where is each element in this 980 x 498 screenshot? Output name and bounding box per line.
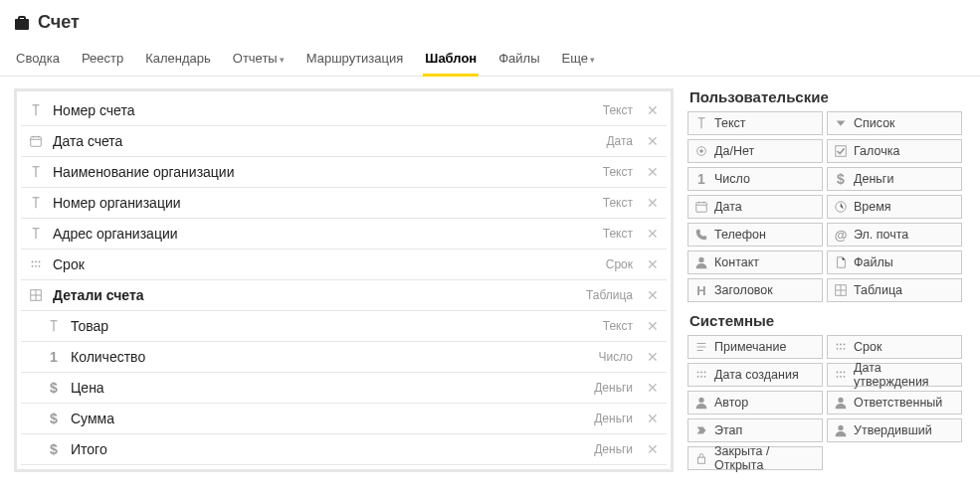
chip-label: Эл. почта: [854, 228, 908, 242]
text-icon: [27, 101, 45, 119]
field-row[interactable]: Детали счетаТаблица✕: [21, 280, 667, 311]
remove-field-button[interactable]: ✕: [645, 226, 661, 242]
money-icon: $: [834, 172, 848, 186]
deadline-icon: [834, 340, 848, 354]
remove-field-button[interactable]: ✕: [645, 349, 661, 365]
field-row[interactable]: Адрес организацииТекст✕: [21, 219, 667, 249]
dotgrid-icon: [694, 368, 708, 382]
tab-7[interactable]: Еще▾: [560, 45, 597, 76]
template-canvas: Номер счетаТекст✕Дата счетаДата✕Наименов…: [14, 88, 674, 472]
tab-3[interactable]: Отчеты▾: [231, 45, 287, 76]
svg-point-16: [840, 344, 842, 346]
palette-chip[interactable]: Таблица: [827, 278, 962, 302]
field-row[interactable]: Дата счетаДата✕: [21, 126, 667, 157]
field-row[interactable]: СрокСрок✕: [21, 249, 667, 280]
palette-chip[interactable]: Дата: [687, 195, 823, 219]
tab-2[interactable]: Календарь: [143, 45, 213, 76]
palette-chip[interactable]: Да/Нет: [687, 139, 823, 163]
tab-label: Отчеты: [233, 51, 278, 66]
chip-label: Ответственный: [854, 396, 942, 410]
field-row[interactable]: Наименование организацииТекст✕: [21, 157, 667, 188]
tab-6[interactable]: Файлы: [496, 45, 541, 76]
palette-chip[interactable]: Примечание: [687, 335, 823, 359]
palette-chip[interactable]: Дата утверждения: [827, 363, 962, 387]
palette-chip[interactable]: Автор: [687, 391, 823, 415]
palette-chip[interactable]: 1Число: [687, 167, 823, 191]
svg-point-35: [838, 425, 843, 430]
palette-chip[interactable]: Контакт: [687, 250, 823, 274]
clock-icon: [834, 200, 848, 214]
field-row[interactable]: $ЦенаДеньги✕: [21, 373, 667, 404]
tab-bar: СводкаРеестрКалендарьОтчеты▾Маршрутизаци…: [0, 39, 980, 77]
field-type: Текст: [603, 319, 633, 333]
field-type: Число: [598, 350, 633, 364]
svg-point-20: [844, 348, 846, 350]
chip-label: Телефон: [714, 228, 766, 242]
chip-label: Закрыта / Открыта: [714, 444, 816, 472]
svg-point-4: [32, 265, 34, 267]
field-type: Дата: [606, 134, 633, 148]
svg-point-6: [39, 265, 41, 267]
tab-4[interactable]: Маршрутизация: [304, 45, 406, 76]
deadline-icon: [27, 255, 45, 273]
palette-chip[interactable]: $Деньги: [827, 167, 962, 191]
remove-field-button[interactable]: ✕: [645, 411, 661, 426]
palette-chip[interactable]: Телефон: [687, 223, 823, 247]
field-row[interactable]: $ИтогоДеньги✕: [21, 434, 667, 465]
field-row[interactable]: 1КоличествоЧисло✕: [21, 342, 667, 373]
palette-chip[interactable]: Время: [827, 195, 962, 219]
palette-chip[interactable]: Срок: [827, 335, 962, 359]
field-row[interactable]: ТоварТекст✕: [21, 311, 667, 342]
palette-chip[interactable]: Закрыта / Открыта: [687, 446, 823, 470]
field-row[interactable]: Номер организацииТекст✕: [21, 188, 667, 219]
tab-1[interactable]: Реестр: [80, 45, 125, 76]
chip-label: Дата: [714, 200, 742, 214]
palette-chip[interactable]: Файлы: [827, 250, 962, 274]
svg-point-2: [35, 261, 37, 263]
remove-field-button[interactable]: ✕: [645, 256, 661, 272]
field-type: Текст: [603, 165, 633, 179]
person-icon: [694, 255, 708, 269]
tab-label: Календарь: [145, 51, 211, 66]
palette-chip[interactable]: Дата создания: [687, 363, 823, 387]
field-label: Номер организации: [53, 195, 595, 211]
palette-chip[interactable]: Этап: [687, 418, 823, 442]
tab-5[interactable]: Шаблон: [423, 45, 479, 76]
field-row[interactable]: Номер счетаТекст✕: [21, 95, 667, 126]
svg-point-18: [837, 348, 839, 350]
palette-chip[interactable]: Галочка: [827, 139, 962, 163]
chip-label: Число: [714, 172, 750, 186]
palette-chip[interactable]: Текст: [687, 111, 823, 135]
palette-chip[interactable]: Список: [827, 111, 962, 135]
remove-field-button[interactable]: ✕: [645, 318, 661, 334]
remove-field-button[interactable]: ✕: [645, 133, 661, 149]
remove-field-button[interactable]: ✕: [645, 287, 661, 303]
field-type: Деньги: [594, 381, 633, 395]
remove-field-button[interactable]: ✕: [645, 164, 661, 180]
chip-label: Дата утверждения: [854, 361, 955, 389]
lock-icon: [694, 451, 708, 465]
svg-point-26: [704, 376, 706, 378]
tab-label: Файлы: [498, 51, 539, 66]
remove-field-button[interactable]: ✕: [645, 195, 661, 211]
chip-label: Утвердивший: [854, 423, 932, 437]
svg-point-32: [844, 376, 846, 378]
svg-point-22: [700, 372, 702, 374]
palette-chip[interactable]: HЗаголовок: [687, 278, 823, 302]
svg-point-30: [837, 376, 839, 378]
tab-0[interactable]: Сводка: [14, 45, 62, 76]
remove-field-button[interactable]: ✕: [645, 102, 661, 118]
palette-chip[interactable]: Утвердивший: [827, 418, 962, 442]
palette-chip[interactable]: Ответственный: [827, 391, 962, 415]
chip-label: Время: [854, 200, 891, 214]
chevron-down-icon: ▾: [280, 55, 285, 65]
remove-field-button[interactable]: ✕: [645, 380, 661, 396]
calendar-icon: [694, 200, 708, 214]
palette-chip[interactable]: @Эл. почта: [827, 223, 962, 247]
remove-field-button[interactable]: ✕: [645, 441, 661, 457]
chip-label: Файлы: [854, 255, 893, 269]
field-row[interactable]: $СуммаДеньги✕: [21, 404, 667, 434]
field-type: Текст: [603, 227, 633, 241]
svg-point-28: [840, 372, 842, 374]
number-icon: 1: [694, 172, 708, 186]
